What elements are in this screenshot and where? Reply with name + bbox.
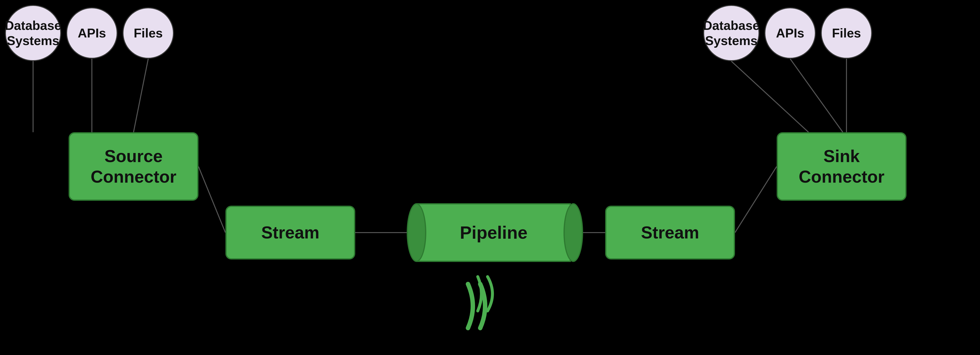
pipeline-body: Pipeline xyxy=(417,203,571,262)
stream-right-box: Stream xyxy=(605,206,735,260)
circle-apis-left: APIs xyxy=(66,7,118,59)
chevron-svg xyxy=(453,279,502,333)
sink-connector-box: Sink Connector xyxy=(776,132,907,201)
svg-line-2 xyxy=(134,59,148,132)
svg-line-3 xyxy=(199,166,225,233)
sink-connector-label: Sink Connector xyxy=(799,146,885,187)
pipeline-left-cap xyxy=(407,203,426,262)
chevron-arrows xyxy=(453,279,502,328)
stream-right-label: Stream xyxy=(641,222,699,243)
svg-line-8 xyxy=(790,59,843,132)
circle-files-right: Files xyxy=(821,7,872,59)
circle-database-systems-left: DatabaseSystems xyxy=(5,5,61,61)
circle-database-systems-right: DatabaseSystems xyxy=(703,5,759,61)
stream-left-label: Stream xyxy=(261,222,319,243)
source-connector-box: Source Connector xyxy=(68,132,199,201)
diagram-container: DatabaseSystems APIs Files DatabaseSyste… xyxy=(0,0,980,355)
pipeline-label: Pipeline xyxy=(460,223,528,242)
pipeline-wrapper: Pipeline xyxy=(407,203,583,262)
source-connector-label: Source Connector xyxy=(91,146,177,187)
circle-files-left: Files xyxy=(123,7,174,59)
svg-line-6 xyxy=(735,166,776,233)
stream-left-box: Stream xyxy=(225,206,355,260)
svg-line-7 xyxy=(731,61,808,132)
pipeline-right-cap xyxy=(563,203,583,262)
circle-apis-right: APIs xyxy=(764,7,816,59)
